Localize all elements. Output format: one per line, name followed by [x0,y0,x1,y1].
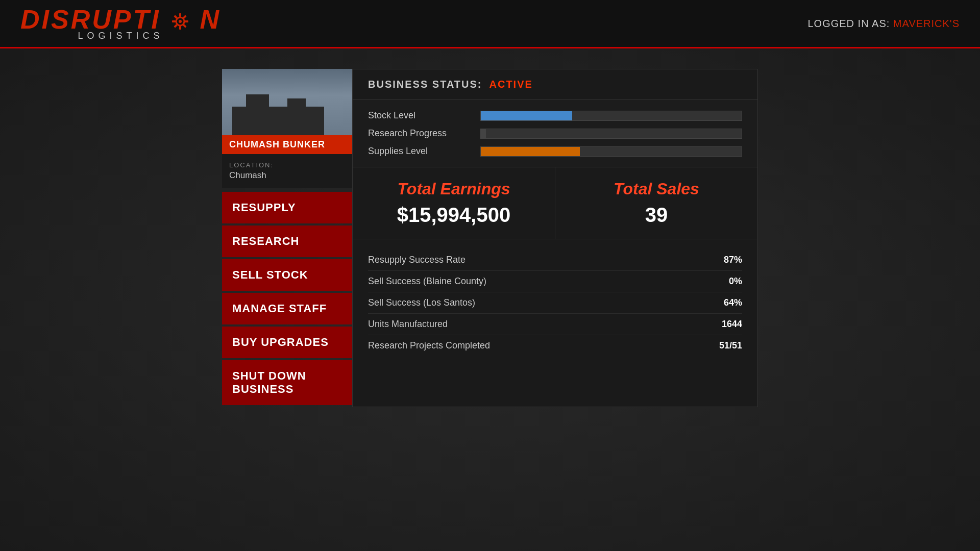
buy-upgrades-button[interactable]: Buy Upgrades [222,327,352,358]
total-earnings-value: $15,994,500 [368,204,540,227]
svg-point-1 [179,20,182,23]
svg-rect-8 [172,20,176,22]
earnings-section: Total Earnings $15,994,500 Total Sales 3… [353,167,757,239]
supplies-level-label: Supplies Level [368,146,470,157]
stock-level-bar [480,111,742,121]
location-box: LOCATION: Chumash [222,154,352,188]
content-wrapper: Chumash Bunker LOCATION: Chumash Resuppl… [222,69,758,407]
header: DISRUPTI N LOGISTICS LOGGED IN AS: Maver… [0,0,980,48]
svg-rect-6 [179,26,181,30]
stat-row-4: Research Projects Completed 51/51 [368,335,742,356]
stat-value-2: 64% [724,297,742,308]
total-sales-box: Total Sales 39 [555,167,757,239]
stat-value-0: 87% [724,255,742,265]
stat-value-1: 0% [729,276,742,287]
research-progress-label: Research Progress [368,128,470,139]
total-sales-value: 39 [571,204,742,227]
progress-section: Stock Level Research Progress Supplies L… [353,100,757,167]
total-earnings-title: Total Earnings [368,180,540,198]
gear-icon [171,12,189,31]
sell-stock-button[interactable]: Sell Stock [222,259,352,291]
stat-label-2: Sell Success (Los Santos) [368,297,475,308]
stat-row-0: Resupply Success Rate 87% [368,249,742,271]
stat-row-3: Units Manufactured 1644 [368,314,742,335]
manage-staff-button[interactable]: Manage Staff [222,293,352,324]
stat-label-1: Sell Success (Blaine County) [368,276,486,287]
resupply-button[interactable]: Resupply [222,192,352,223]
bunker-image [222,69,352,135]
stat-row-2: Sell Success (Los Santos) 64% [368,292,742,314]
stock-level-fill [481,111,572,120]
supplies-level-fill [481,147,580,156]
stat-label-3: Units Manufactured [368,319,448,330]
stock-level-label: Stock Level [368,110,470,121]
business-status-value: ACTIVE [489,79,533,90]
stats-section: Resupply Success Rate 87% Sell Success (… [353,239,757,366]
total-sales-title: Total Sales [571,180,742,198]
right-panel: BUSINESS STATUS: ACTIVE Stock Level Rese… [352,69,758,407]
stat-label-4: Research Projects Completed [368,340,490,351]
svg-rect-4 [185,20,188,22]
location-label: LOCATION: [229,161,345,169]
research-progress-bar [480,129,742,139]
username-label: Maverick's [893,18,960,29]
stat-row-1: Sell Success (Blaine County) 0% [368,271,742,292]
bunker-name: Chumash Bunker [222,135,352,154]
research-button[interactable]: Research [222,226,352,257]
login-prefix: LOGGED IN AS: [807,18,890,29]
supplies-level-bar [480,146,742,157]
total-earnings-box: Total Earnings $15,994,500 [353,167,555,239]
shut-down-button[interactable]: Shut Down Business [222,360,352,405]
logo: DISRUPTI N LOGISTICS [20,6,221,41]
left-panel: Chumash Bunker LOCATION: Chumash Resuppl… [222,69,352,407]
logo-subtitle: LOGISTICS [78,31,164,41]
research-progress-fill [481,129,486,138]
stat-value-4: 51/51 [719,340,742,351]
location-value: Chumash [229,170,345,181]
business-status-label: BUSINESS STATUS: [368,79,482,90]
stock-level-row: Stock Level [368,110,742,121]
research-progress-row: Research Progress [368,128,742,139]
stat-value-3: 1644 [722,319,742,330]
stat-label-0: Resupply Success Rate [368,255,465,265]
main-content: Chumash Bunker LOCATION: Chumash Resuppl… [0,48,980,551]
status-bar: BUSINESS STATUS: ACTIVE [353,69,757,100]
logo-title: DISRUPTI N [20,6,221,33]
supplies-level-row: Supplies Level [368,146,742,157]
svg-rect-2 [179,13,181,17]
login-info: LOGGED IN AS: Maverick's [807,18,960,30]
